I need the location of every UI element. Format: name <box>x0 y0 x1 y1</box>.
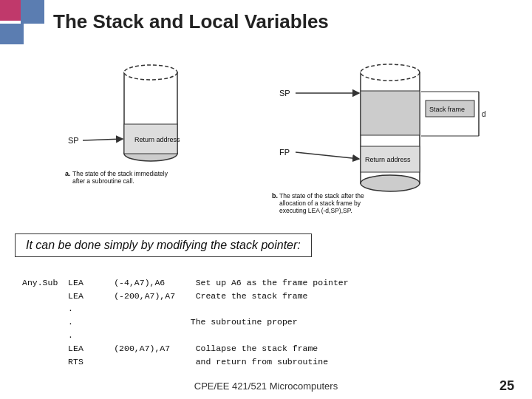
code-line-2: LEA (-200,A7),A7 Create the stack frame <box>22 291 307 301</box>
svg-point-11 <box>361 64 420 81</box>
svg-line-6 <box>83 139 123 140</box>
code-line-3: . <box>22 304 73 313</box>
code-line-5: . <box>22 330 73 340</box>
svg-rect-13 <box>361 91 420 135</box>
highlight-box: It can be done simply by modifying the s… <box>15 233 312 257</box>
svg-text:b.: b. <box>272 192 278 200</box>
svg-text:a.: a. <box>65 170 71 177</box>
page-title: The Stack and Local Variables <box>53 10 329 33</box>
diagram-svg: Return address SP a. The state of the st… <box>15 50 517 226</box>
svg-point-12 <box>361 175 420 191</box>
footer-text: CPE/EE 421/521 Microcomputers <box>194 381 338 392</box>
svg-text:FP: FP <box>279 148 290 157</box>
svg-text:Stack frame: Stack frame <box>429 106 465 113</box>
svg-text:The state of the stack after t: The state of the stack after the <box>279 192 364 200</box>
code-block: Any.Sub LEA (-4,A7),A6 Set up A6 as the … <box>22 263 517 381</box>
svg-text:d: d <box>482 110 486 118</box>
code-line-4: . The subroutine proper <box>22 317 298 327</box>
accent-blue2 <box>0 24 24 44</box>
svg-text:SP: SP <box>68 136 79 145</box>
diagram-area: Return address SP a. The state of the st… <box>15 50 517 228</box>
header-accent <box>0 0 44 44</box>
svg-text:Return address: Return address <box>134 136 180 143</box>
svg-text:SP: SP <box>279 89 290 98</box>
svg-text:after a subroutine call.: after a subroutine call. <box>72 177 134 185</box>
svg-text:executing LEA (-d,SP),SP.: executing LEA (-d,SP),SP. <box>279 207 352 214</box>
code-line-1: Any.Sub LEA (-4,A7),A6 Set up A6 as the … <box>22 278 349 287</box>
svg-text:allocation of a stack frame by: allocation of a stack frame by <box>279 200 361 207</box>
footer: CPE/EE 421/521 Microcomputers 25 <box>0 381 532 392</box>
footer-page: 25 <box>499 378 514 394</box>
svg-text:Return address: Return address <box>365 156 411 163</box>
code-line-7: RTS and return from subroutine <box>22 357 328 366</box>
svg-line-25 <box>296 152 359 159</box>
code-line-6: LEA (200,A7),A7 Collapse the stack frame <box>22 344 318 353</box>
main-content: Return address SP a. The state of the st… <box>0 44 532 399</box>
highlight-text: It can be done simply by modifying the s… <box>26 239 301 251</box>
accent-blue <box>21 0 44 24</box>
accent-pink <box>0 0 21 21</box>
svg-text:The state of the stack immedia: The state of the stack immediately <box>72 170 168 177</box>
svg-point-1 <box>124 65 177 80</box>
